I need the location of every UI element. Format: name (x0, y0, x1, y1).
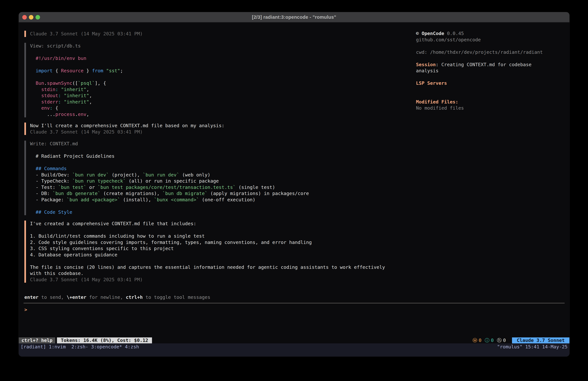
tmux-window-list[interactable]: [radiant] 1:nvim 2:zsh- 3:opencode* 4:zs… (21, 343, 139, 350)
tool-accent-bar (24, 141, 26, 215)
message-accent-bar (24, 123, 26, 135)
traffic-lights (22, 12, 40, 22)
keybinding-hints: enter to send, \+enter for newline, ctrl… (24, 294, 210, 300)
message-accent-bar (24, 31, 26, 37)
tmux-status-bar: [radiant] 1:nvim 2:zsh- 3:opencode* 4:zs… (19, 343, 569, 357)
model-chip[interactable]: Claude 3.7 Sonnet (512, 337, 569, 343)
tool-call-view-file: View: script/db.ts #!/usr/bin/env bun im… (24, 43, 123, 117)
minimize-button[interactable] (29, 15, 33, 20)
assistant-message-header: Claude 3.7 Sonnet (14 May 2025 03:41 PM) (24, 31, 143, 37)
message-lines: I've created a comprehensive CONTEXT.md … (30, 221, 385, 283)
tool-call-write-file: Write: CONTEXT.md # Radiant Project Guid… (24, 141, 309, 215)
hint-badge: ⓗ0 (497, 337, 506, 343)
warning-icon: ⓦ (473, 337, 477, 343)
status-bar: ctrl+? help Tokens: 16.4K (8%), Cost: $0… (19, 337, 569, 343)
status-left: ctrl+? help Tokens: 16.4K (8%), Cost: $0… (19, 337, 152, 343)
status-right: ⓦ0 ⓘ0 ⓗ0 Claude 3.7 Sonnet (473, 337, 569, 343)
info-icon: ⓘ (485, 337, 489, 343)
close-button[interactable] (22, 15, 27, 20)
diagnostic-badges: ⓦ0 ⓘ0 ⓗ0 (473, 337, 506, 343)
tmux-session-info: "romulus" 15:41 14-May-25 (497, 343, 568, 350)
input-divider (23, 303, 565, 303)
info-count: 0 (491, 337, 494, 343)
prompt-symbol: > (24, 307, 27, 313)
message-lines: Claude 3.7 Sonnet (14 May 2025 03:41 PM) (30, 31, 143, 37)
message-input[interactable]: > (19, 304, 569, 337)
zoom-button[interactable] (36, 15, 40, 20)
assistant-message-final: I've created a comprehensive CONTEXT.md … (24, 221, 385, 283)
warning-badge: ⓦ0 (473, 337, 482, 343)
assistant-message: Now I'll create a comprehensive CONTEXT.… (24, 123, 225, 135)
help-chip[interactable]: ctrl+? help (19, 337, 55, 343)
hint-count: 0 (503, 337, 506, 343)
hint-icon: ⓗ (497, 337, 502, 343)
tool-accent-bar (24, 43, 26, 117)
message-accent-bar (24, 221, 26, 283)
tool-output-lines: Write: CONTEXT.md # Radiant Project Guid… (30, 141, 309, 215)
message-lines: Now I'll create a comprehensive CONTEXT.… (30, 123, 225, 135)
tool-output-lines: View: script/db.ts #!/usr/bin/env bun im… (30, 43, 123, 117)
window-titlebar: [2/3] radiant:3:opencode - "romulus" (19, 12, 569, 22)
terminal-window: [2/3] radiant:3:opencode - "romulus" Cla… (19, 12, 569, 357)
info-badge: ⓘ0 (485, 337, 494, 343)
tokens-cost-chip: Tokens: 16.4K (8%), Cost: $0.12 (57, 337, 152, 343)
session-sidebar: © OpenCode 0.0.45github.com/sst/opencode… (416, 30, 565, 111)
warning-count: 0 (479, 337, 482, 343)
window-title: [2/3] radiant:3:opencode - "romulus" (252, 15, 336, 20)
